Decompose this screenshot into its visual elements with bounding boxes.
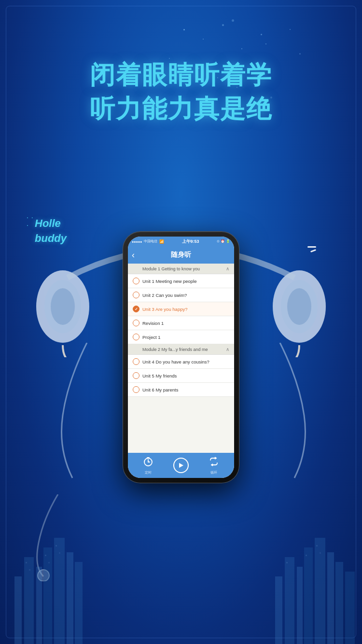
repeat-icon [209,456,219,469]
repeat-label: 循环 [210,470,217,475]
svg-rect-19 [26,562,27,563]
section-header-module2[interactable]: Module 2 My fa...y friends and me ∧ [128,344,234,355]
svg-rect-28 [304,547,313,644]
list-item-unit2[interactable]: Unit 2 Can you swim? [128,288,234,302]
svg-rect-33 [286,562,288,563]
item-icon-unit1 [133,278,139,284]
svg-rect-20 [29,569,30,571]
status-time: 上午9:53 [182,238,199,245]
play-button[interactable] [173,458,189,473]
item-text-project1: Project 1 [142,335,161,340]
svg-marker-11 [179,463,183,468]
list-item-unit3[interactable]: Unit 3 Are you happy? [128,302,234,316]
status-right: ⊙ ⏰ 🔋 [217,239,230,243]
item-text-unit3: Unit 3 Are you happy? [142,307,187,312]
repeat-button[interactable]: 循环 [209,456,219,475]
section-header-module1[interactable]: Module 1 Getting to know you ∧ [128,264,234,274]
svg-rect-23 [56,545,57,546]
list-item-revision1[interactable]: Revision 1 [128,316,234,330]
svg-rect-24 [59,552,60,554]
carrier-name: 中国电信 [144,239,157,244]
status-bar: ●●●●● 中国电信 📶 上午9:53 ⊙ ⏰ 🔋 [128,237,234,246]
section-expand-icon: ∧ [226,266,229,271]
svg-rect-15 [43,547,52,644]
phone-screen: ●●●●● 中国电信 📶 上午9:53 ⊙ ⏰ 🔋 ‹ 随身听 [128,237,234,478]
item-text-unit5: Unit 5 My friends [142,373,177,378]
item-icon-unit6 [133,386,139,393]
hero-title: 闭着眼睛听着学 听力能力真是绝 [0,58,362,126]
phone: ●●●●● 中国电信 📶 上午9:53 ⊙ ⏰ 🔋 ‹ 随身听 [123,232,239,483]
svg-rect-32 [345,572,355,644]
item-text-unit4: Unit 4 Do you have any cousins? [142,359,209,364]
svg-rect-36 [320,552,321,554]
item-text-revision1: Revision 1 [142,321,164,326]
item-icon-unit4 [133,358,139,365]
svg-rect-14 [36,567,42,644]
location-icon: ⊙ [217,239,220,243]
list-item-project1[interactable]: Project 1 [128,330,234,344]
item-icon-project1 [133,334,139,340]
svg-rect-17 [67,552,73,644]
svg-rect-25 [275,576,282,644]
player-bar: 定时 [128,453,234,478]
list-item-unit1[interactable]: Unit 1 Meeting new people [128,274,234,288]
svg-rect-34 [306,555,307,556]
item-text-unit1: Unit 1 Meeting new people [142,279,197,284]
item-icon-unit5 [133,372,139,379]
wifi-icon: 📶 [159,239,164,244]
item-text-unit2: Unit 2 Can you swim? [142,293,187,298]
svg-rect-18 [75,562,83,644]
status-signal: ●●●●● 中国电信 📶 [132,239,164,244]
item-text-unit6: Unit 6 My parents [142,387,178,392]
list-item-unit6[interactable]: Unit 6 My parents [128,383,234,397]
timer-button[interactable]: 定时 [143,456,153,475]
list-item-unit5[interactable]: Unit 5 My friends [128,369,234,383]
item-icon-unit2 [133,292,139,298]
play-icon [173,458,189,473]
svg-rect-30 [327,552,334,644]
svg-rect-26 [285,557,294,644]
svg-rect-21 [45,555,46,556]
section-module2-text: Module 2 My fa...y friends and me [142,347,208,352]
svg-rect-31 [335,562,343,644]
svg-rect-35 [316,545,318,546]
left-cord [58,343,106,488]
section-module1-text: Module 1 Getting to know you [142,266,200,271]
section-expand-icon2: ∧ [226,347,229,352]
alarm-icon: ⏰ [221,239,225,243]
cityscape [0,509,362,644]
hello-dots: · ·· [27,213,34,229]
battery-icon: 🔋 [226,239,230,243]
list-item-unit4[interactable]: Unit 4 Do you have any cousins? [128,355,234,369]
carrier-signal: ●●●●● [132,240,142,243]
phone-outer: ●●●●● 中国电信 📶 上午9:53 ⊙ ⏰ 🔋 ‹ 随身听 [123,232,239,483]
item-icon-unit3 [133,306,139,312]
timer-label: 定时 [145,470,152,475]
right-cord [261,343,309,488]
list-content: Module 1 Getting to know you ∧ Unit 1 Me… [128,264,234,453]
svg-point-5 [287,288,311,325]
item-icon-revision1 [133,320,139,326]
svg-rect-22 [48,562,50,563]
app-header: ‹ 随身听 [128,246,234,264]
back-button[interactable]: ‹ [132,250,135,260]
app-title: 随身听 [171,251,191,259]
svg-rect-12 [14,576,22,644]
timer-icon [143,456,153,469]
svg-point-2 [51,288,75,325]
svg-rect-27 [297,567,303,644]
